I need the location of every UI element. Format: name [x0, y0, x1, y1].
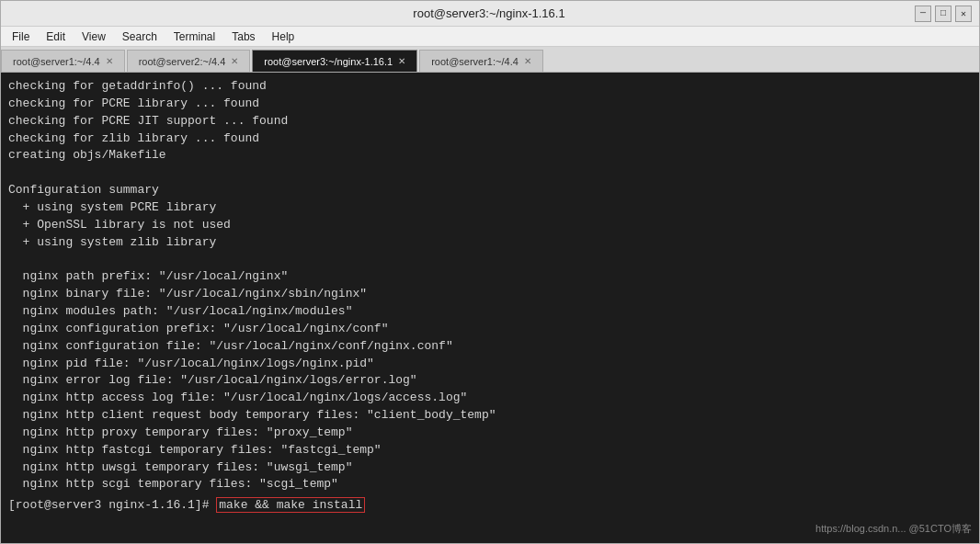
tab-label-0: root@server1:~/4.4 [13, 56, 100, 67]
window-controls: ─ □ ✕ [915, 6, 972, 22]
minimize-button[interactable]: ─ [915, 6, 931, 22]
tab-close-0[interactable]: ✕ [106, 56, 113, 66]
tab-2[interactable]: root@server3:~/nginx-1.16.1 ✕ [252, 50, 417, 72]
title-bar: root@server3:~/nginx-1.16.1 ─ □ ✕ [1, 1, 979, 27]
terminal-area: checking for getaddrinfo() ... found che… [1, 73, 979, 543]
tab-close-1[interactable]: ✕ [231, 56, 238, 66]
tab-1[interactable]: root@server2:~/4.4 ✕ [127, 50, 251, 72]
maximize-button[interactable]: □ [935, 6, 952, 22]
prompt-text: [root@server3 nginx-1.16.1]# [8, 498, 216, 512]
terminal-output: checking for getaddrinfo() ... found che… [8, 78, 972, 493]
tab-label-1: root@server2:~/4.4 [139, 56, 226, 67]
watermark: https://blog.csdn.n... @51CTO博客 [815, 522, 972, 536]
tab-label-3: root@server1:~/4.4 [431, 56, 518, 67]
menu-terminal[interactable]: Terminal [166, 28, 222, 45]
tab-close-3[interactable]: ✕ [524, 56, 531, 66]
menu-edit[interactable]: Edit [39, 28, 73, 45]
prompt-line: [root@server3 nginx-1.16.1]# make && mak… [8, 497, 972, 513]
window-title: root@server3:~/nginx-1.16.1 [63, 6, 915, 20]
terminal-window: root@server3:~/nginx-1.16.1 ─ □ ✕ File E… [0, 0, 980, 544]
menu-file[interactable]: File [5, 28, 37, 45]
tab-3[interactable]: root@server1:~/4.4 ✕ [419, 50, 543, 72]
command-input[interactable]: make && make install [216, 497, 365, 513]
menu-tabs[interactable]: Tabs [224, 28, 262, 45]
tab-0[interactable]: root@server1:~/4.4 ✕ [1, 50, 125, 72]
menu-search[interactable]: Search [115, 28, 165, 45]
tabs-bar: root@server1:~/4.4 ✕ root@server2:~/4.4 … [1, 47, 979, 73]
close-button[interactable]: ✕ [955, 6, 972, 22]
menu-view[interactable]: View [74, 28, 113, 45]
tab-close-2[interactable]: ✕ [398, 56, 405, 66]
menu-bar: File Edit View Search Terminal Tabs Help [1, 27, 979, 47]
tab-label-2: root@server3:~/nginx-1.16.1 [264, 56, 393, 67]
menu-help[interactable]: Help [265, 28, 302, 45]
